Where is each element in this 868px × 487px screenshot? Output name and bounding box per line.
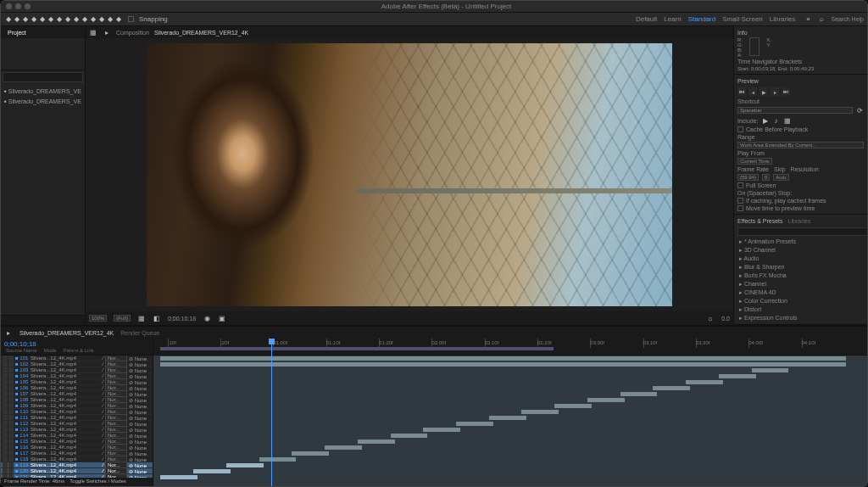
cache-play-checkbox[interactable]	[737, 198, 743, 204]
eye-icon[interactable]	[3, 427, 8, 432]
workspace-menu-icon[interactable]: »	[804, 15, 812, 24]
eye-icon[interactable]	[3, 403, 8, 408]
workspace-learn[interactable]: Learn	[660, 15, 684, 23]
timeline-clip[interactable]	[423, 428, 460, 432]
maximize-icon[interactable]	[25, 3, 31, 9]
col-source[interactable]: Source Name	[6, 348, 37, 353]
snapping-checkbox[interactable]	[128, 16, 134, 22]
timeline-clip[interactable]	[489, 416, 526, 420]
eye-icon[interactable]	[3, 361, 8, 367]
lock-icon[interactable]	[8, 445, 14, 450]
eye-icon[interactable]	[3, 462, 8, 467]
workspace-standard[interactable]: Standard	[685, 15, 719, 23]
lock-icon[interactable]	[8, 421, 14, 426]
eye-icon[interactable]	[3, 421, 8, 426]
eye-icon[interactable]	[3, 397, 8, 402]
libraries-tab[interactable]: Libraries	[788, 216, 811, 226]
parent-link[interactable]: ⊘ None	[129, 462, 151, 468]
close-icon[interactable]	[6, 3, 12, 9]
framerate-dropdown[interactable]: (59.94)	[737, 174, 759, 181]
zoom-dropdown[interactable]: 100%	[89, 315, 107, 322]
timeline-clip[interactable]	[391, 434, 428, 438]
grid-icon[interactable]: ▦	[137, 314, 146, 322]
lock-icon[interactable]	[8, 367, 14, 372]
lock-icon[interactable]	[8, 397, 14, 402]
orbit-icon[interactable]: ◆	[38, 15, 47, 24]
composition-viewer[interactable]	[86, 38, 733, 311]
parent-link[interactable]: ⊘ None	[129, 415, 151, 421]
timeline-clip[interactable]	[160, 356, 845, 361]
snapshot-icon[interactable]: ◉	[203, 314, 211, 322]
lock-icon[interactable]	[8, 379, 14, 384]
timeline-clip[interactable]	[358, 439, 395, 444]
shortcut-dropdown[interactable]: Spacebar	[737, 107, 853, 114]
rotate-icon[interactable]: ◆	[47, 15, 55, 24]
rect-icon[interactable]: ◆	[55, 15, 64, 24]
lock-icon[interactable]	[8, 409, 14, 414]
project-item[interactable]: ▪Silverado_DREAMERS_VER12_4K	[4, 86, 81, 96]
eye-icon[interactable]	[3, 385, 8, 390]
timeline-clip[interactable]	[620, 392, 658, 396]
mask-icon[interactable]: ◧	[153, 314, 161, 322]
effects-category[interactable]: ▸ Blur & Sharpen	[737, 263, 864, 271]
timeline-clip[interactable]	[686, 380, 723, 384]
project-tab[interactable]: Project	[4, 30, 30, 36]
project-search-input[interactable]	[3, 72, 83, 82]
next-frame-button[interactable]: ▸	[771, 87, 779, 96]
first-frame-button[interactable]: ⏮	[737, 87, 746, 96]
eye-icon[interactable]	[3, 367, 8, 372]
cache-checkbox[interactable]	[737, 126, 743, 132]
toggle-switches[interactable]: Toggle Switches / Modes	[70, 479, 125, 485]
parent-link[interactable]: ⊘ None	[129, 385, 151, 391]
window-controls[interactable]	[6, 3, 31, 9]
lock-icon[interactable]	[8, 373, 14, 378]
timeline-clip[interactable]	[193, 469, 231, 473]
effects-category[interactable]: ▸ * Animation Presets	[737, 238, 864, 246]
exposure-icon[interactable]: ☼	[706, 314, 715, 322]
parent-link[interactable]: ⊘ None	[129, 456, 151, 462]
workspace-small-screen[interactable]: Small Screen	[719, 15, 766, 23]
parent-link[interactable]: ⊘ None	[129, 421, 151, 427]
hand-icon[interactable]: ◆	[21, 15, 30, 24]
parent-link[interactable]: ⊘ None	[129, 367, 151, 373]
last-frame-button[interactable]: ⏭	[782, 87, 790, 96]
playfrom-dropdown[interactable]: Current Time	[737, 158, 772, 165]
effects-category[interactable]: ▸ CINEMA 4D	[737, 288, 864, 297]
eye-icon[interactable]	[3, 451, 8, 456]
current-time-indicator[interactable]	[271, 339, 272, 486]
lock-icon[interactable]	[8, 433, 14, 438]
prev-frame-button[interactable]: ◂	[748, 87, 757, 96]
roto-icon[interactable]: ◆	[106, 15, 114, 24]
timeline-clip[interactable]	[587, 398, 625, 402]
minimize-icon[interactable]	[15, 3, 21, 9]
play-button[interactable]: ▶	[760, 87, 768, 96]
timeline-clip[interactable]	[259, 457, 297, 462]
eye-icon[interactable]	[3, 468, 8, 473]
search-help[interactable]: Search Help	[831, 16, 864, 22]
effects-category[interactable]: ▸ Color Correction	[737, 297, 864, 305]
effects-category[interactable]: ▸ Boris FX Mocha	[737, 271, 864, 280]
audio-icon[interactable]: ♪	[772, 116, 781, 125]
brush-icon[interactable]: ◆	[81, 15, 89, 24]
col-parent[interactable]: Parent & Link	[64, 348, 94, 353]
render-queue-tab[interactable]: Render Queue	[120, 330, 159, 336]
search-icon[interactable]: ⌕	[817, 15, 826, 24]
select-icon[interactable]: ◆	[13, 15, 21, 24]
eye-icon[interactable]	[3, 445, 8, 450]
effects-category[interactable]: ▸ Audio	[737, 255, 864, 263]
timeline-clip[interactable]	[456, 422, 493, 426]
eye-icon[interactable]	[3, 439, 8, 444]
clone-icon[interactable]: ◆	[89, 15, 97, 24]
eye-icon[interactable]	[3, 409, 8, 414]
eye-icon[interactable]	[3, 391, 8, 396]
lock-icon[interactable]	[8, 355, 14, 361]
parent-link[interactable]: ⊘ None	[129, 379, 151, 385]
parent-link[interactable]: ⊘ None	[129, 361, 151, 367]
fullscreen-checkbox[interactable]	[737, 182, 743, 188]
parent-link[interactable]: ⊘ None	[129, 391, 151, 397]
composition-name[interactable]: Silverado_DREAMERS_VER12_4K	[154, 30, 248, 36]
zoom-icon[interactable]: ◆	[30, 15, 38, 24]
lock-icon[interactable]	[8, 403, 14, 408]
text-icon[interactable]: ◆	[72, 15, 81, 24]
effects-category[interactable]: ▸ Expression Controls	[737, 314, 864, 322]
